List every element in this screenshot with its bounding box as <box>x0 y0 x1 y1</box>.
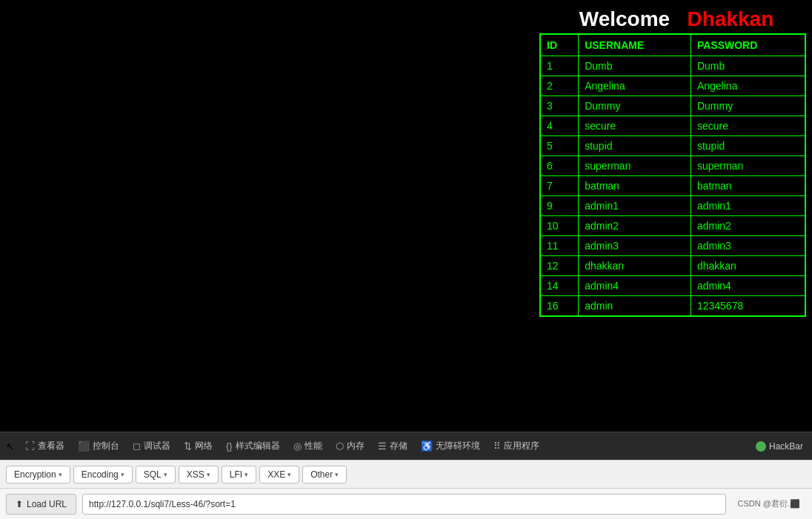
table-row: 5stupidstupid <box>540 136 805 156</box>
devtools-item-application[interactable]: ⠿ 应用程序 <box>487 437 545 455</box>
devtools-item-storage[interactable]: ☰ 存储 <box>372 437 413 455</box>
col-header-id: ID <box>540 34 579 56</box>
other-label: Other <box>310 469 333 480</box>
table-row: 12dhakkandhakkan <box>540 256 805 276</box>
performance-icon: ◎ <box>293 441 302 452</box>
cell-id: 16 <box>540 296 579 317</box>
cell-id: 5 <box>540 136 579 156</box>
cell-username: superman <box>579 156 691 176</box>
devtools-item-console[interactable]: ⬛ 控制台 <box>72 437 125 455</box>
results-table: ID USERNAME PASSWORD 1DumbDumb2AngelinaA… <box>539 33 806 317</box>
lfi-button[interactable]: LFI ▾ <box>222 466 256 483</box>
hackbar-toolbar: Encryption ▾ Encoding ▾ SQL ▾ XSS ▾ LFI … <box>0 460 812 488</box>
table-row: 3DummyDummy <box>540 96 805 116</box>
cell-password: admin3 <box>690 236 805 256</box>
xss-label: XSS <box>187 469 204 480</box>
welcome-header: Welcome Dhakkan <box>541 7 812 31</box>
console-icon: ⬛ <box>78 441 90 452</box>
cell-password: admin1 <box>690 196 805 216</box>
table-row: 7batmanbatman <box>540 176 805 196</box>
cell-username: admin4 <box>579 276 691 296</box>
load-url-button[interactable]: ⬆ Load URL <box>6 494 76 515</box>
brand-text: Dhakkan <box>688 7 774 30</box>
table-row: 1DumbDumb <box>540 56 805 76</box>
devtools-toolbar: ↖ ⛶ 查看器 ⬛ 控制台 ◻ 调试器 ⇅ 网络 {} 样式编辑器 ◎ 性能 ⬡… <box>0 432 812 460</box>
cursor-tool[interactable]: ↖ <box>3 439 18 454</box>
sql-dropdown-arrow: ▾ <box>164 471 167 478</box>
cell-password: admin2 <box>690 216 805 236</box>
cell-username: stupid <box>579 136 691 156</box>
data-table-container: ID USERNAME PASSWORD 1DumbDumb2AngelinaA… <box>539 33 806 424</box>
cell-id: 11 <box>540 236 579 256</box>
xxe-dropdown-arrow: ▾ <box>287 471 291 478</box>
devtools-item-network[interactable]: ⇅ 网络 <box>178 437 219 455</box>
cell-id: 1 <box>540 56 579 76</box>
cell-id: 12 <box>540 256 579 276</box>
cell-password: Dumb <box>690 56 805 76</box>
load-url-label: Load URL <box>27 499 67 509</box>
encryption-dropdown-arrow: ▾ <box>59 471 62 478</box>
hackbar-tab[interactable]: HackBar <box>750 438 809 455</box>
devtools-item-accessibility[interactable]: ♿ 无障碍环境 <box>415 437 486 455</box>
col-header-username: USERNAME <box>579 34 691 56</box>
devtools-item-performance[interactable]: ◎ 性能 <box>287 437 328 455</box>
devtools-item-memory[interactable]: ⬡ 内存 <box>330 437 370 455</box>
encoding-button[interactable]: Encoding ▾ <box>73 466 133 483</box>
performance-label: 性能 <box>304 440 322 452</box>
cell-username: admin2 <box>579 216 691 236</box>
devtools-item-style-editor[interactable]: {} 样式编辑器 <box>220 437 286 455</box>
cell-username: admin3 <box>579 236 691 256</box>
cell-password: batman <box>690 176 805 196</box>
memory-label: 内存 <box>347 440 365 452</box>
cell-password: stupid <box>690 136 805 156</box>
sql-label: SQL <box>144 469 162 480</box>
cell-username: dhakkan <box>579 256 691 276</box>
debugger-icon: ◻ <box>133 441 141 452</box>
cell-id: 2 <box>540 76 579 96</box>
cell-id: 3 <box>540 96 579 116</box>
sql-button[interactable]: SQL ▾ <box>136 466 176 483</box>
cell-id: 10 <box>540 216 579 236</box>
cell-password: Angelina <box>690 76 805 96</box>
cell-password: dhakkan <box>690 256 805 276</box>
cell-id: 4 <box>540 116 579 136</box>
network-label: 网络 <box>195 440 213 452</box>
other-dropdown-arrow: ▾ <box>335 471 339 478</box>
table-row: 14admin4admin4 <box>540 276 805 296</box>
cell-id: 9 <box>540 196 579 216</box>
cell-username: Dumb <box>579 56 691 76</box>
devtools-item-inspector[interactable]: ⛶ 查看器 <box>19 437 70 455</box>
cell-password: Dummy <box>690 96 805 116</box>
cell-password: admin4 <box>690 276 805 296</box>
other-button[interactable]: Other ▾ <box>302 466 347 483</box>
table-row: 4securesecure <box>540 116 805 136</box>
hackbar-label: HackBar <box>769 441 803 452</box>
lfi-dropdown-arrow: ▾ <box>244 471 248 478</box>
encryption-button[interactable]: Encryption ▾ <box>6 466 70 483</box>
cell-username: admin1 <box>579 196 691 216</box>
network-icon: ⇅ <box>184 441 192 452</box>
accessibility-label: 无障碍环境 <box>436 440 480 452</box>
cell-username: secure <box>579 116 691 136</box>
storage-icon: ☰ <box>378 441 387 452</box>
devtools-item-debugger[interactable]: ◻ 调试器 <box>127 437 176 455</box>
table-row: 2AngelinaAngelina <box>540 76 805 96</box>
table-row: 10admin2admin2 <box>540 216 805 236</box>
table-row: 11admin3admin3 <box>540 236 805 256</box>
hackbar-dot-icon <box>756 441 766 452</box>
accessibility-icon: ♿ <box>421 441 433 452</box>
encoding-label: Encoding <box>81 469 119 480</box>
url-input[interactable] <box>82 494 726 515</box>
xss-dropdown-arrow: ▾ <box>207 471 210 478</box>
cell-username: admin <box>579 296 691 317</box>
application-icon: ⠿ <box>493 441 501 452</box>
xss-button[interactable]: XSS ▾ <box>179 466 219 483</box>
storage-label: 存储 <box>390 440 407 452</box>
xxe-button[interactable]: XXE ▾ <box>259 466 299 483</box>
debugger-label: 调试器 <box>144 440 170 452</box>
memory-icon: ⬡ <box>336 441 344 452</box>
cell-username: batman <box>579 176 691 196</box>
style-editor-icon: {} <box>226 441 233 452</box>
inspector-icon: ⛶ <box>25 441 35 452</box>
cell-password: 12345678 <box>690 296 805 317</box>
